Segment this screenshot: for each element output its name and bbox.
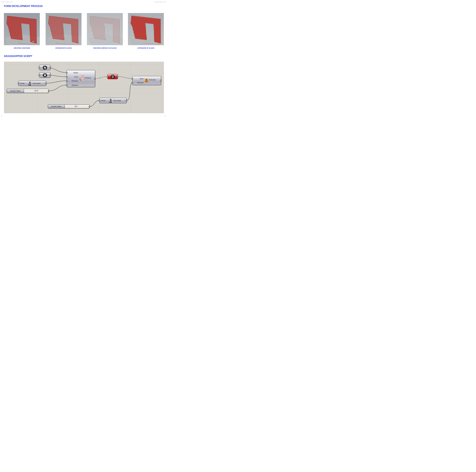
extrude-icon <box>145 78 149 83</box>
unit-vector-1-factor-port[interactable] <box>18 83 19 84</box>
wire-slider43-to-distance <box>49 85 67 91</box>
extrusion-input-base: Base <box>132 78 144 80</box>
contours-input-direction: Direction <box>67 80 78 82</box>
number-slider-43-value: 43 <box>36 90 38 92</box>
node-brep-param[interactable] <box>39 65 51 70</box>
point-icon <box>42 73 47 77</box>
point-output-port[interactable] <box>50 74 51 76</box>
contours-output-label: Contours <box>85 77 95 79</box>
facade-extruded-image <box>128 13 164 45</box>
node-contours[interactable]: Shape Point Direction Distance Contours <box>67 70 95 87</box>
header-right: Facade Design | 2019 <box>154 1 166 2</box>
unit-x-icon: X <box>28 81 32 86</box>
wire-unitvector1-to-direction <box>46 81 67 83</box>
svg-text:X: X <box>29 81 31 84</box>
wire-contours-to-surfaceparam <box>95 77 107 79</box>
caption-division-into-slices: DIVISION INTO SLICES <box>47 47 80 49</box>
node-unit-vector-2[interactable]: Factor X Unit vector <box>99 98 127 103</box>
script-title: GRASSHOPPER SCRIPT <box>4 55 32 58</box>
node-surface-param[interactable] <box>107 74 118 79</box>
node-number-slider-4[interactable]: Number Slider 4 <box>48 105 90 108</box>
contours-icon <box>79 75 85 82</box>
number-slider-43-label-box[interactable]: Number Slider <box>7 89 24 93</box>
viewport-division-into-slices: DIVISION INTO SLICES <box>46 13 82 49</box>
viewport-surface-on-slices: CREATING SURFACE ON SLICES <box>87 13 123 49</box>
wire-surfaceparam-to-base <box>118 77 132 79</box>
number-slider-4-label: Number Slider <box>51 106 62 107</box>
caption-extrusion-of-slices: EXTRUSION OF SLICES <box>130 47 162 49</box>
surface-param-input-port[interactable] <box>107 76 108 78</box>
brep-output-port[interactable] <box>50 67 51 68</box>
node-extrusion[interactable]: Base Direction Extrusion <box>132 76 161 85</box>
node-point-param[interactable] <box>39 72 51 78</box>
wire-slider4-to-factor <box>90 100 99 106</box>
number-slider-4-output-port[interactable] <box>89 106 90 107</box>
unit-vector-2-input-label: Factor <box>101 100 108 102</box>
number-slider-4-track[interactable]: 4 <box>65 105 89 108</box>
number-slider-4-label-box[interactable]: Number Slider <box>48 105 65 108</box>
extrusion-input-direction: Direction <box>132 82 144 84</box>
number-slider-43-label: Number Slider <box>10 90 20 92</box>
facade-sliced-image <box>46 13 82 45</box>
node-unit-vector-1[interactable]: Factor X Unit vector <box>18 81 46 86</box>
grasshopper-canvas[interactable]: Factor X Unit vector Number Slider 43 Sh… <box>4 62 164 113</box>
page-number-right: 52 <box>165 115 166 117</box>
slider-baseline <box>26 91 47 91</box>
number-slider-43-output-port[interactable] <box>48 90 49 92</box>
point-input-port[interactable] <box>38 74 40 76</box>
extrusion-output-label: Extrusion <box>149 79 161 81</box>
svg-text:X: X <box>109 98 112 102</box>
caption-surface-on-slices: CREATING SURFACE ON SLICES <box>89 47 121 49</box>
number-slider-4-value: 4 <box>77 105 77 107</box>
wire-unitvector2-to-direction <box>127 82 132 100</box>
brep-input-port[interactable] <box>38 67 40 68</box>
surface-icon <box>110 74 115 79</box>
contours-input-point: Point <box>67 76 78 78</box>
slider-ticks <box>26 90 47 91</box>
contours-input-distance: Distance <box>67 84 78 86</box>
process-title: FORM DEVELOPMENT PROCESS <box>4 5 43 8</box>
unit-vector-2-output-label: Unit vector <box>113 100 126 102</box>
contours-input-shape: Shape <box>67 72 78 74</box>
slide: { "header": { "left": "Facade Design | 2… <box>0 0 167 118</box>
unit-vector-1-output-port[interactable] <box>45 83 47 84</box>
facade-solid-image <box>4 13 40 45</box>
unit-x-icon: X <box>109 98 112 103</box>
unit-vector-1-input-label: Factor <box>20 82 27 84</box>
brep-icon <box>42 65 47 70</box>
number-slider-43-track[interactable]: 43 <box>24 89 49 93</box>
unit-vector-2-factor-port[interactable] <box>99 100 100 101</box>
surface-param-output-port[interactable] <box>117 76 118 78</box>
viewport-extrusion-of-slices: EXTRUSION OF SLICES <box>128 13 164 49</box>
viewport-creating-contours: CREATING CONTOURS <box>4 13 40 49</box>
caption-creating-contours: CREATING CONTOURS <box>6 47 38 49</box>
node-number-slider-43[interactable]: Number Slider 43 <box>7 89 49 93</box>
page-number-left: 51 <box>1 115 2 117</box>
facade-contour-lines-image <box>87 13 123 45</box>
unit-vector-1-output-label: Unit vector <box>33 82 45 84</box>
header-left: Facade Design | 2019 <box>1 1 13 2</box>
